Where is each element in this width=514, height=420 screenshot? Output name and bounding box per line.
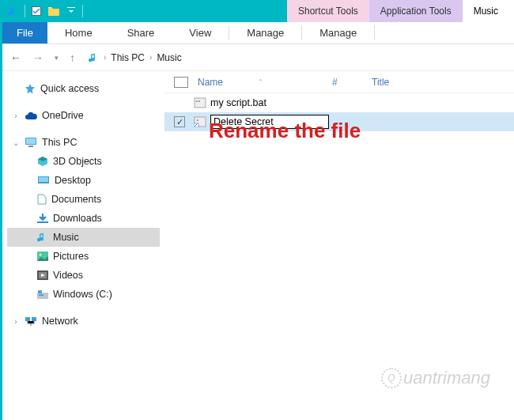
- row-checkbox[interactable]: ✓: [174, 116, 185, 127]
- star-icon: [25, 83, 36, 94]
- navigation-pane: Quick access › OneDrive ⌄ This PC 3D Obj…: [2, 71, 164, 420]
- ribbon-tabs: File Home Share View Manage Manage: [2, 22, 514, 44]
- ribbon-tab-view[interactable]: View: [172, 22, 229, 44]
- tree-label: Pictures: [53, 251, 89, 262]
- app-music-icon: [7, 5, 20, 17]
- title-bar: Shortcut Tools Application Tools Music: [2, 0, 514, 22]
- cloud-icon: [25, 111, 37, 120]
- tree-label: Documents: [51, 194, 101, 205]
- watermark-logo-icon: Q: [381, 368, 402, 388]
- svg-rect-17: [195, 98, 206, 108]
- column-header-name[interactable]: Name ⌃: [198, 77, 332, 88]
- file-list-pane: Name ⌃ # Title my script.bat ✓ Rename th…: [164, 71, 514, 420]
- picture-icon: [37, 252, 48, 261]
- tree-label: This PC: [42, 137, 77, 148]
- svg-point-18: [196, 100, 198, 102]
- svg-point-9: [40, 254, 42, 256]
- tree-this-pc[interactable]: ⌄ This PC: [7, 133, 160, 152]
- titlebar-spacer: [88, 0, 287, 22]
- tree-label: Downloads: [53, 213, 102, 224]
- tree-label: OneDrive: [42, 110, 84, 121]
- tree-label: Windows (C:): [53, 289, 112, 300]
- checkbox-icon[interactable]: [30, 5, 43, 17]
- column-header-title[interactable]: Title: [372, 77, 389, 88]
- svg-rect-15: [25, 317, 30, 321]
- tree-windows-c[interactable]: Windows (C:): [7, 285, 160, 304]
- explorer-body: Quick access › OneDrive ⌄ This PC 3D Obj…: [2, 71, 514, 420]
- separator: [25, 5, 25, 17]
- navigation-bar: ← → ▾ ↑ › This PC › Music: [2, 44, 514, 71]
- separator: [82, 5, 83, 17]
- context-tab-shortcut[interactable]: Shortcut Tools: [287, 0, 369, 22]
- tree-quick-access[interactable]: Quick access: [7, 79, 160, 98]
- desktop-icon: [37, 176, 50, 185]
- svg-rect-4: [28, 146, 33, 147]
- quick-access-toolbar: [2, 0, 88, 22]
- tree-pictures[interactable]: Pictures: [7, 247, 160, 266]
- svg-rect-14: [38, 290, 42, 293]
- music-folder-icon: [88, 51, 100, 64]
- network-icon: [25, 316, 37, 326]
- tree-network[interactable]: › Network: [7, 312, 160, 331]
- svg-point-19: [198, 100, 200, 102]
- ribbon-tab-manage-app[interactable]: Manage: [302, 22, 374, 44]
- select-all-checkbox[interactable]: [174, 77, 188, 88]
- ribbon-tab-home[interactable]: Home: [47, 22, 110, 44]
- breadcrumb[interactable]: › This PC › Music: [85, 48, 508, 67]
- tree-documents[interactable]: Documents: [7, 190, 160, 209]
- svg-rect-6: [39, 177, 48, 182]
- video-icon: [37, 271, 48, 280]
- music-icon: [37, 232, 48, 243]
- tree-desktop[interactable]: Desktop: [7, 171, 160, 190]
- tree-label: Videos: [53, 270, 83, 281]
- column-header-track[interactable]: #: [332, 77, 372, 88]
- context-tab-application[interactable]: Application Tools: [369, 0, 463, 22]
- dropdown-customize-icon[interactable]: [65, 5, 77, 17]
- ribbon-file-tab[interactable]: File: [2, 22, 47, 44]
- tree-label: Quick access: [40, 83, 99, 94]
- svg-rect-1: [67, 7, 75, 8]
- tree-onedrive[interactable]: › OneDrive: [7, 106, 160, 125]
- svg-rect-7: [37, 221, 48, 223]
- window-title: Music: [463, 0, 514, 22]
- chevron-down-icon[interactable]: ⌄: [12, 138, 20, 147]
- watermark: Q uantrimang: [381, 368, 490, 388]
- back-button[interactable]: ←: [9, 51, 23, 64]
- annotation-text: Rename the file: [209, 119, 361, 143]
- tree-label: Network: [42, 316, 78, 327]
- shortcut-batch-icon: [193, 115, 207, 128]
- document-icon: [37, 194, 47, 205]
- column-header-row: Name ⌃ # Title: [164, 71, 514, 93]
- chevron-right-icon[interactable]: ›: [104, 53, 106, 62]
- up-button[interactable]: ↑: [68, 51, 77, 64]
- forward-button[interactable]: →: [31, 51, 45, 64]
- tree-label: 3D Objects: [53, 156, 102, 167]
- chevron-right-icon[interactable]: ›: [149, 53, 152, 62]
- ribbon-tab-manage-shortcut[interactable]: Manage: [229, 22, 301, 44]
- monitor-icon: [25, 137, 37, 148]
- sort-ascending-icon: ⌃: [258, 78, 263, 85]
- svg-rect-16: [32, 317, 36, 321]
- svg-rect-13: [39, 294, 43, 296]
- cube-icon: [37, 156, 48, 167]
- file-row[interactable]: my script.bat: [164, 93, 514, 112]
- chevron-right-icon[interactable]: ›: [12, 317, 20, 326]
- chevron-right-icon[interactable]: ›: [12, 112, 20, 120]
- drive-icon: [37, 289, 48, 299]
- crumb-music[interactable]: Music: [155, 52, 183, 63]
- tree-music[interactable]: Music: [7, 228, 160, 247]
- tree-downloads[interactable]: Downloads: [7, 209, 160, 228]
- crumb-this-pc[interactable]: This PC: [109, 52, 146, 63]
- ribbon-tab-share[interactable]: Share: [110, 22, 172, 44]
- file-name: my script.bat: [210, 97, 266, 108]
- recent-dropdown[interactable]: ▾: [53, 54, 60, 62]
- watermark-text: uantrimang: [403, 368, 490, 388]
- tree-videos[interactable]: Videos: [7, 266, 160, 285]
- folder-icon[interactable]: [47, 5, 60, 17]
- column-label: Name: [198, 77, 223, 88]
- batch-file-icon: [193, 96, 207, 109]
- svg-rect-3: [26, 138, 36, 144]
- svg-point-21: [197, 119, 198, 121]
- tree-label: Desktop: [55, 175, 91, 186]
- tree-3d-objects[interactable]: 3D Objects: [7, 152, 160, 171]
